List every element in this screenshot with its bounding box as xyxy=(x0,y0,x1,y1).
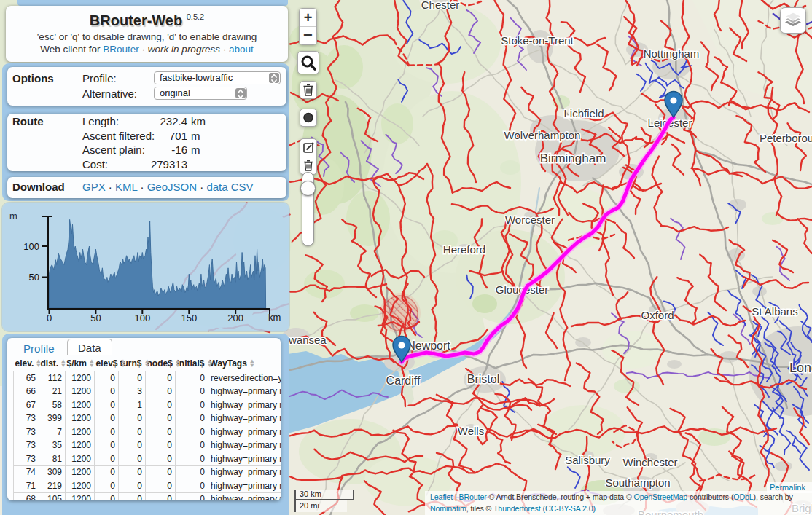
svg-text:Worcester: Worcester xyxy=(505,213,555,226)
svg-text:Bristol: Bristol xyxy=(467,373,499,385)
svg-text:Nottingham: Nottingham xyxy=(644,47,700,60)
svg-text:Southampton: Southampton xyxy=(605,476,670,489)
svg-text:Salisbury: Salisbury xyxy=(565,454,610,466)
svg-text:Lichfield: Lichfield xyxy=(563,107,604,119)
svg-text:Wolverhampton: Wolverhampton xyxy=(504,129,581,141)
svg-text:Winchester: Winchester xyxy=(622,456,677,468)
svg-text:Birmingham: Birmingham xyxy=(540,152,606,165)
svg-text:Peterborough: Peterborough xyxy=(760,132,812,144)
svg-text:Hereford: Hereford xyxy=(443,243,485,256)
svg-text:St Albans: St Albans xyxy=(752,305,797,318)
svg-text:London: London xyxy=(789,361,812,375)
svg-text:Oxford: Oxford xyxy=(641,309,674,321)
svg-text:Chester: Chester xyxy=(421,0,460,11)
svg-text:Stoke-on-Trent: Stoke-on-Trent xyxy=(501,34,574,47)
svg-text:Cardiff: Cardiff xyxy=(386,374,421,387)
svg-text:Wells: Wells xyxy=(458,425,484,437)
